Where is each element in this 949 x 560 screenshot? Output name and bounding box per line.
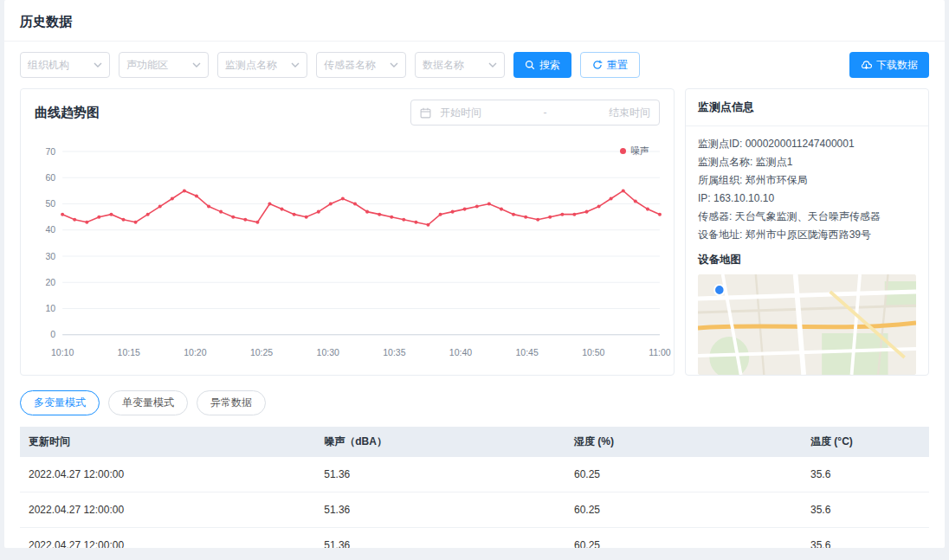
page-header: 历史数据 [4,0,945,42]
start-time-placeholder: 开始时间 [440,106,481,120]
svg-text:30: 30 [45,251,55,261]
tab-single-variable[interactable]: 单变量模式 [108,390,188,415]
chart-legend[interactable]: 噪声 [620,145,649,158]
svg-text:40: 40 [45,224,55,235]
reset-button[interactable]: 重置 [580,52,640,78]
sensor-name-select[interactable]: 传感器名称 [316,52,406,78]
page-card: 历史数据 组织机构声功能区监测点名称传感器名称数据名称 搜索 重置 下载数据 [4,0,945,548]
mode-tabs: 多变量模式单变量模式异常数据 [4,376,945,427]
svg-text:70: 70 [45,146,55,157]
svg-text:20: 20 [45,277,55,287]
svg-text:60: 60 [45,172,55,183]
end-time-placeholder: 结束时间 [609,106,650,120]
search-button[interactable]: 搜索 [513,52,571,78]
info-panel-title: 监测点信息 [686,89,928,126]
info-field: 监测点ID: 0000200011247400001 [698,135,916,153]
chart-header: 曲线趋势图 开始时间 - 结束时间 [21,89,674,127]
table-cell: 35.6 [802,492,929,528]
table-head: 更新时间噪声（dBA）湿度 (%)温度 (°C) [20,427,929,457]
svg-text:10:30: 10:30 [317,347,339,357]
monitoring-point-info-panel: 监测点信息 监测点ID: 0000200011247400001监测点名称: 监… [685,88,929,376]
tab-multi-variable[interactable]: 多变量模式 [20,390,100,415]
filter-bar: 组织机构声功能区监测点名称传感器名称数据名称 搜索 重置 下载数据 [4,42,945,88]
download-icon [861,60,872,70]
date-range-separator: - [490,106,600,119]
table-header-cell: 噪声（dBA） [315,427,565,457]
table-cell: 2022.04.27 12:00:00 [20,528,315,549]
svg-text:10:50: 10:50 [582,347,604,357]
device-map[interactable] [698,274,916,375]
table-cell: 35.6 [802,528,929,549]
noise-line-chart: 01020304050607010:1010:1510:2010:2510:30… [21,141,674,364]
table-cell: 35.6 [802,457,929,492]
reset-icon [592,60,603,70]
info-field: 传感器: 天台气象监测、天台噪声传感器 [698,208,916,226]
svg-text:11:00: 11:00 [649,347,671,357]
table-cell: 60.25 [565,528,802,549]
svg-text:10:40: 10:40 [449,347,472,357]
chevron-down-icon [488,62,497,68]
svg-text:0: 0 [50,329,55,339]
data-table: 更新时间噪声（dBA）湿度 (%)温度 (°C) 2022.04.27 12:0… [20,427,929,548]
map-graphic [698,274,916,375]
svg-text:10: 10 [45,303,55,313]
table-row: 2022.04.27 12:00:0051.3660.2535.6 [20,528,929,549]
chevron-down-icon [94,62,102,68]
svg-text:10:20: 10:20 [184,347,206,357]
table-header-cell: 更新时间 [20,427,315,457]
legend-dot-icon [620,148,626,154]
svg-text:10:35: 10:35 [383,347,405,357]
info-fields: 监测点ID: 0000200011247400001监测点名称: 监测点1所属组… [698,135,916,244]
reset-button-label: 重置 [607,58,628,73]
table-cell: 2022.04.27 12:00:00 [20,457,315,492]
chevron-down-icon [291,62,300,68]
chevron-down-icon [390,62,398,68]
table-row: 2022.04.27 12:00:0051.3660.2535.6 [20,492,929,528]
table-header-cell: 温度 (°C) [802,427,929,457]
svg-text:10:15: 10:15 [118,347,140,357]
main-content: 曲线趋势图 开始时间 - 结束时间 噪声 01020304050607010:1… [4,88,945,376]
search-button-label: 搜索 [539,58,560,73]
info-field: 监测点名称: 监测点1 [698,153,916,171]
info-field: IP: 163.10.10.10 [698,190,916,208]
info-field: 设备地址: 郑州市中原区陇海西路39号 [698,226,916,244]
map-marker-icon [714,285,724,295]
svg-text:10:45: 10:45 [515,347,538,357]
search-icon [525,60,535,70]
chevron-down-icon [192,62,201,68]
date-range-picker[interactable]: 开始时间 - 结束时间 [410,100,660,126]
table-cell: 60.25 [565,492,802,528]
table-cell: 51.36 [315,457,565,492]
table-body: 2022.04.27 12:00:0051.3660.2535.62022.04… [20,457,929,548]
chart-title: 曲线趋势图 [35,105,100,121]
svg-text:10:10: 10:10 [51,347,74,357]
trend-chart-panel: 曲线趋势图 开始时间 - 结束时间 噪声 01020304050607010:1… [20,88,675,376]
info-field: 所属组织: 郑州市环保局 [698,171,916,190]
table-cell: 51.36 [315,528,565,549]
page-title: 历史数据 [20,14,929,30]
tab-abnormal-data[interactable]: 异常数据 [197,390,266,415]
table-header-cell: 湿度 (%) [565,427,802,457]
calendar-icon [420,107,431,119]
download-button-label: 下载数据 [876,58,918,73]
download-data-button[interactable]: 下载数据 [849,52,929,78]
organization-select[interactable]: 组织机构 [20,52,110,78]
info-panel-body: 监测点ID: 0000200011247400001监测点名称: 监测点1所属组… [686,126,928,375]
svg-text:50: 50 [45,198,55,209]
svg-text:10:25: 10:25 [250,347,273,357]
data-name-select[interactable]: 数据名称 [415,52,505,78]
table-row: 2022.04.27 12:00:0051.3660.2535.6 [20,457,929,492]
table-cell: 51.36 [315,492,565,528]
table-cell: 60.25 [565,457,802,492]
monitoring-point-name-select[interactable]: 监测点名称 [217,52,307,78]
legend-label: 噪声 [630,145,649,158]
device-map-title: 设备地图 [698,253,916,267]
filter-selects: 组织机构声功能区监测点名称传感器名称数据名称 [20,52,505,78]
table-cell: 2022.04.27 12:00:00 [20,492,315,528]
sound-function-zone-select[interactable]: 声功能区 [119,52,209,78]
